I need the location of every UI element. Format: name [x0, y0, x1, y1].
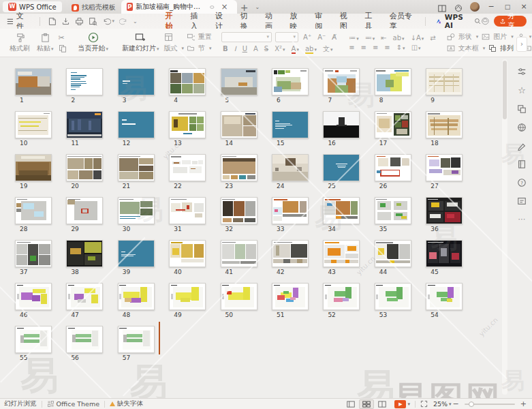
tab-docer-templates[interactable]: 找稻壳模板 [66, 1, 121, 14]
save-icon[interactable] [48, 17, 57, 26]
layout-button[interactable]: 版式▾ [164, 44, 185, 53]
cloud-status-icon[interactable] [481, 16, 490, 26]
font-size-combo[interactable]: ▾ [275, 32, 298, 42]
favorites-star-icon[interactable]: ☆ [518, 85, 526, 95]
minimize-icon[interactable]: − [483, 0, 499, 14]
zoom-out-button[interactable]: − [452, 399, 460, 408]
help-icon[interactable]: ? [517, 178, 527, 187]
slide-thumbnail-18[interactable]: 18 [426, 111, 464, 147]
search-icon[interactable] [474, 17, 481, 25]
new-slide-button[interactable]: 新建幻灯片▾ [120, 32, 161, 53]
slide-thumbnail-6[interactable]: 6 [272, 68, 310, 104]
scrollbar-thumb[interactable] [503, 61, 507, 119]
slide-thumbnail-56[interactable]: 56 [66, 326, 104, 361]
underline-icon[interactable]: U [241, 45, 249, 52]
quick-access-chevron-icon[interactable]: ⌄ [133, 18, 138, 25]
slide-thumbnail-30[interactable]: 30 [118, 197, 156, 232]
pen-tool-icon[interactable] [517, 141, 527, 151]
char-spacing-icon[interactable]: A [252, 45, 260, 52]
decrease-font-icon[interactable]: A⁻ [316, 33, 327, 41]
justify-icon[interactable]: ≡ [383, 44, 391, 51]
format-painter-button[interactable]: 格式刷 [7, 33, 32, 53]
slide-thumbnail-21[interactable]: 21 [118, 154, 156, 190]
translate-globe-icon[interactable] [517, 123, 527, 132]
line-spacing-icon[interactable]: ⇕▾ [395, 44, 407, 51]
superscript-icon[interactable]: X²▾ [273, 45, 286, 52]
slide-thumbnail-1[interactable]: 1 [15, 68, 53, 104]
columns-icon[interactable]: ◫▾ [410, 44, 422, 51]
slide-thumbnail-14[interactable]: 14 [221, 111, 259, 147]
slide-thumbnail-45[interactable]: 45 [426, 240, 464, 275]
slide-thumbnail-43[interactable]: 43 [323, 240, 361, 275]
slide-thumbnail-19[interactable]: 19 [15, 154, 53, 190]
properties-tune-icon[interactable] [517, 67, 527, 76]
vertical-scrollbar[interactable] [502, 59, 507, 395]
decrease-indent-icon[interactable]: ⇤ [379, 34, 388, 42]
zoom-slider[interactable] [465, 404, 515, 405]
slide-thumbnail-47[interactable]: 47 [66, 283, 104, 318]
zoom-in-button[interactable]: + [519, 399, 528, 408]
slide-thumbnail-38[interactable]: 38 [66, 240, 104, 275]
align-right-icon[interactable]: ≡ [371, 44, 379, 51]
slide-thumbnail-54[interactable]: 54 [426, 283, 464, 318]
slide-thumbnail-57[interactable]: 57 [118, 326, 156, 361]
slide-thumbnail-36[interactable]: 36 [426, 197, 464, 232]
strikethrough-icon[interactable]: S [263, 45, 270, 52]
reset-button[interactable]: 重置 [187, 32, 212, 42]
slide-thumbnail-39[interactable]: 39 [118, 240, 156, 275]
slide-thumbnail-4[interactable]: 4 [169, 68, 207, 104]
slide-thumbnail-42[interactable]: 42 [272, 240, 310, 275]
slide-thumbnail-26[interactable]: 26 [375, 154, 413, 190]
export-icon[interactable] [61, 17, 70, 26]
slide-thumbnail-17[interactable]: 17 [375, 111, 413, 147]
zoom-level[interactable]: 25% [433, 400, 448, 408]
slide-thumbnail-8[interactable]: 8 [375, 68, 413, 104]
zoom-slider-thumb[interactable] [469, 402, 474, 407]
slide-thumbnail-3[interactable]: 3 [118, 68, 156, 104]
wps-ai-button[interactable]: WPS AI [430, 13, 474, 29]
convert-smartart-icon[interactable]: ⇄ [428, 34, 437, 42]
slide-thumbnail-28[interactable]: 28 [15, 197, 53, 232]
slide-thumbnail-49[interactable]: 49 [169, 283, 207, 318]
slide-thumbnail-16[interactable]: 16 [323, 111, 361, 147]
slide-sorter-view-button[interactable] [359, 399, 374, 409]
arrange-button[interactable]: 排列▾ [488, 44, 520, 53]
slide-thumbnail-40[interactable]: 40 [169, 240, 207, 275]
redo-icon[interactable] [119, 17, 128, 26]
slide-thumbnail-34[interactable]: 34 [323, 197, 361, 232]
notebook-icon[interactable] [517, 160, 527, 169]
slide-thumbnail-20[interactable]: 20 [66, 154, 104, 190]
italic-icon[interactable]: I [233, 45, 238, 52]
slide-thumbnail-25[interactable]: 25 [323, 154, 361, 190]
slide-thumbnail-7[interactable]: 7 [323, 68, 361, 104]
slide-thumbnail-23[interactable]: 23 [221, 154, 259, 190]
theme-item[interactable]: Office Theme [47, 400, 100, 408]
clear-format-icon[interactable]: A̸ [330, 33, 338, 41]
ribbon-expand-button[interactable]: › [516, 37, 527, 52]
text-effect-icon[interactable]: 文▾ [322, 44, 334, 54]
more-icon[interactable]: ⋯ [518, 215, 526, 224]
copy-icon[interactable] [59, 44, 67, 52]
slide-thumbnail-35[interactable]: 35 [375, 197, 413, 232]
slide-thumbnail-53[interactable]: 53 [375, 283, 413, 318]
normal-view-button[interactable] [344, 400, 358, 408]
text-direction-icon[interactable]: ↓A▾ [409, 34, 426, 42]
font-color-icon[interactable]: A▾ [290, 45, 300, 52]
align-center-icon[interactable]: ≡ [360, 44, 368, 51]
bullet-list-icon[interactable]: ≔▾ [347, 34, 360, 42]
slide-thumbnail-33[interactable]: 33 [272, 197, 310, 232]
slide-thumbnail-5[interactable]: 5 [221, 68, 259, 104]
numbered-list-icon[interactable]: ≕▾ [364, 34, 377, 42]
slide-thumbnail-24[interactable]: 24 [272, 154, 310, 190]
slide-thumbnail-50[interactable]: 50 [221, 283, 259, 318]
fit-window-icon[interactable] [420, 400, 428, 408]
slide-thumbnail-10[interactable]: 10 [15, 111, 53, 147]
slide-thumbnail-55[interactable]: 55 [15, 326, 53, 361]
slideshow-play-button[interactable]: ▶ [394, 400, 406, 408]
increase-font-icon[interactable]: A⁺ [302, 33, 313, 41]
reading-view-button[interactable] [375, 400, 389, 408]
slide-thumbnail-27[interactable]: 27 [426, 154, 464, 190]
bold-icon[interactable]: B [221, 45, 230, 52]
textbox-button[interactable]: 文本框▾ [447, 44, 486, 53]
picture-button[interactable]: 图片▾ [482, 32, 514, 42]
